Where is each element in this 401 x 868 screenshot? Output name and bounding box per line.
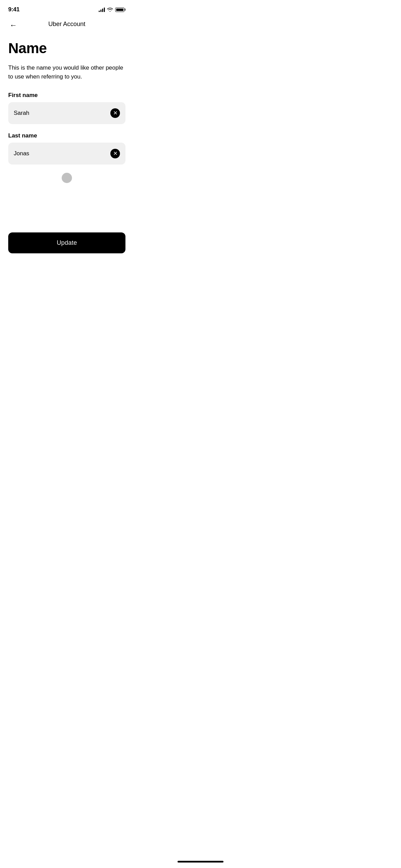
nav-header: ← Uber Account: [0, 17, 134, 33]
page-title: Uber Account: [48, 21, 85, 28]
first-name-label: First name: [8, 92, 125, 99]
update-button-container: Update: [0, 224, 134, 253]
status-bar: 9:41: [0, 0, 134, 17]
content-area: Name This is the name you would like oth…: [0, 33, 134, 183]
update-button[interactable]: Update: [8, 232, 125, 253]
first-name-field-group: First name ✕: [8, 92, 125, 124]
last-name-input-wrapper: ✕: [8, 143, 125, 165]
last-name-field-group: Last name ✕: [8, 132, 125, 165]
back-arrow-icon: ←: [10, 21, 17, 29]
close-icon: ✕: [113, 151, 118, 156]
last-name-input[interactable]: [14, 150, 110, 157]
page-description: This is the name you would like other pe…: [8, 63, 125, 81]
first-name-input[interactable]: [14, 110, 110, 117]
signal-icon: [99, 7, 105, 12]
last-name-label: Last name: [8, 132, 125, 139]
drag-dot: [62, 173, 72, 183]
drag-indicator: [8, 173, 125, 183]
status-time: 9:41: [8, 6, 20, 13]
clear-first-name-button[interactable]: ✕: [110, 108, 120, 118]
wifi-icon: [107, 7, 113, 12]
close-icon: ✕: [113, 110, 118, 116]
back-button[interactable]: ←: [8, 20, 19, 31]
status-icons: [99, 7, 125, 12]
clear-last-name-button[interactable]: ✕: [110, 149, 120, 158]
page-heading: Name: [8, 40, 125, 57]
battery-icon: [115, 8, 125, 12]
first-name-input-wrapper: ✕: [8, 102, 125, 124]
